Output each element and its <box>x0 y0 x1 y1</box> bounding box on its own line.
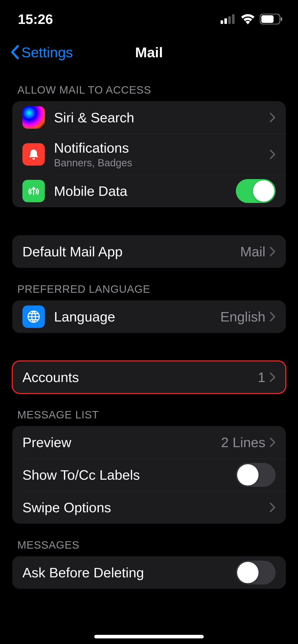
chevron-left-icon <box>10 45 19 59</box>
group-message-list: Preview 2 Lines Show To/Cc Labels Swipe … <box>12 426 286 524</box>
section-header-language: Preferred Language <box>12 268 286 300</box>
page-title: Mail <box>135 44 163 61</box>
ask-delete-toggle[interactable] <box>236 561 276 584</box>
status-icons <box>221 14 283 24</box>
mobile-data-toggle[interactable] <box>236 179 276 203</box>
back-label: Settings <box>21 44 73 61</box>
status-time: 15:26 <box>18 11 53 27</box>
nav-bar: Settings Mail <box>0 36 298 69</box>
cellular-icon <box>221 14 236 24</box>
group-default-app: Default Mail App Mail <box>12 235 286 268</box>
show-tocc-toggle[interactable] <box>236 463 276 487</box>
group-accounts: Accounts 1 <box>12 361 286 393</box>
row-value: English <box>220 309 265 325</box>
section-header-message-list: Message List <box>12 393 286 426</box>
group-allow-access: Siri & Search Notifications Banners, Bad… <box>12 101 286 207</box>
row-label: Siri & Search <box>54 110 269 125</box>
row-mobile-data: Mobile Data <box>12 175 286 207</box>
chevron-right-icon <box>269 502 276 513</box>
svg-rect-2 <box>228 16 231 24</box>
svg-rect-3 <box>232 14 235 24</box>
chevron-right-icon <box>269 437 276 447</box>
section-header-messages: Messages <box>12 524 286 556</box>
row-label: Notifications <box>54 140 269 156</box>
status-bar: 15:26 <box>0 0 298 36</box>
row-preview[interactable]: Preview 2 Lines <box>12 426 286 459</box>
svg-rect-5 <box>261 15 274 23</box>
row-sublabel: Banners, Badges <box>54 157 269 169</box>
row-language[interactable]: Language English <box>12 300 286 333</box>
chevron-right-icon <box>269 112 276 123</box>
globe-icon <box>22 305 45 328</box>
chevron-right-icon <box>269 149 276 159</box>
row-label: Default Mail App <box>22 244 240 259</box>
row-ask-before-deleting: Ask Before Deleting <box>12 556 286 589</box>
svg-rect-0 <box>221 20 223 24</box>
row-label: Ask Before Deleting <box>22 565 236 580</box>
chevron-right-icon <box>269 372 276 382</box>
group-messages: Ask Before Deleting <box>12 556 286 589</box>
home-indicator[interactable] <box>94 635 204 638</box>
row-notifications[interactable]: Notifications Banners, Badges <box>12 134 286 175</box>
row-label: Swipe Options <box>22 500 269 515</box>
row-label: Mobile Data <box>54 183 236 199</box>
notifications-icon <box>22 143 45 166</box>
group-language: Language English <box>12 300 286 333</box>
battery-icon <box>260 14 283 24</box>
row-swipe-options[interactable]: Swipe Options <box>12 491 286 524</box>
row-accounts[interactable]: Accounts 1 <box>12 361 286 393</box>
row-label: Language <box>54 309 220 325</box>
row-value: 1 <box>258 369 265 385</box>
svg-rect-1 <box>224 18 227 24</box>
svg-rect-6 <box>281 17 282 21</box>
row-value: Mail <box>240 244 265 259</box>
row-show-tocc: Show To/Cc Labels <box>12 459 286 491</box>
siri-icon <box>22 106 45 129</box>
row-value: 2 Lines <box>221 434 265 450</box>
row-siri-search[interactable]: Siri & Search <box>12 101 286 134</box>
chevron-right-icon <box>269 246 276 257</box>
row-label: Preview <box>22 434 221 450</box>
row-label: Show To/Cc Labels <box>22 467 236 483</box>
chevron-right-icon <box>269 312 276 322</box>
section-header-allow-access: Allow Mail to Access <box>12 69 286 101</box>
back-button[interactable]: Settings <box>10 44 73 61</box>
wifi-icon <box>240 14 255 24</box>
row-label: Accounts <box>22 369 258 385</box>
row-default-mail-app[interactable]: Default Mail App Mail <box>12 235 286 268</box>
mobile-data-icon <box>22 180 45 202</box>
